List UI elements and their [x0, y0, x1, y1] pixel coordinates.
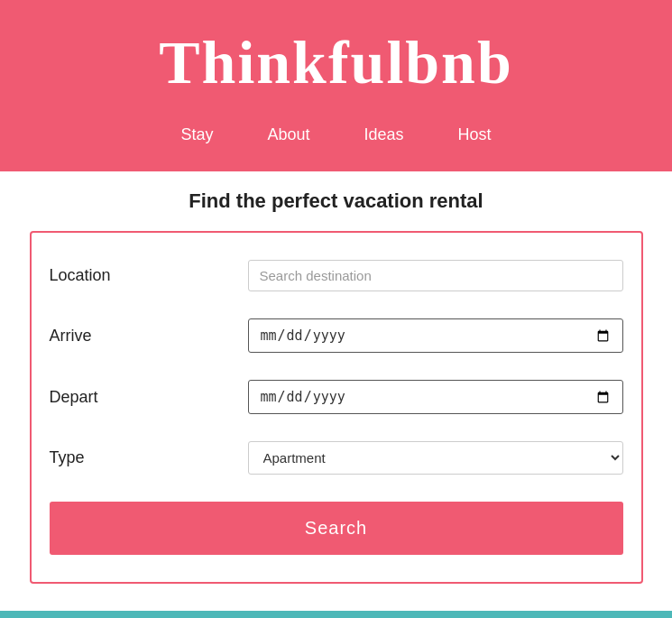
nav-about[interactable]: About [267, 125, 309, 144]
depart-date-input[interactable] [248, 380, 623, 414]
nav-ideas[interactable]: Ideas [364, 125, 404, 144]
arrive-row: Arrive [50, 318, 623, 353]
main-content: Find the perfect vacation rental Locatio… [0, 171, 672, 611]
search-form: Location Arrive Depart Type Apartment Ho… [30, 231, 643, 584]
location-input[interactable] [248, 260, 623, 291]
page-subtitle: Find the perfect vacation rental [27, 189, 645, 213]
nav-host[interactable]: Host [458, 125, 492, 144]
location-row: Location [50, 260, 623, 291]
type-select[interactable]: Apartment House Condo Villa [248, 441, 623, 475]
main-nav: Stay About Ideas Host [0, 116, 672, 162]
nav-stay[interactable]: Stay [180, 125, 213, 144]
arrive-label: Arrive [50, 327, 248, 346]
depart-label: Depart [50, 388, 248, 407]
search-button[interactable]: Search [50, 502, 623, 555]
header: Thinkfulbnb Stay About Ideas Host [0, 0, 672, 171]
type-row: Type Apartment House Condo Villa [50, 441, 623, 475]
about-section: About [0, 611, 672, 618]
depart-row: Depart [50, 380, 623, 414]
arrive-date-input[interactable] [248, 318, 623, 353]
type-label: Type [50, 448, 248, 467]
location-label: Location [50, 266, 248, 285]
app-title: Thinkfulbnb [0, 18, 672, 116]
